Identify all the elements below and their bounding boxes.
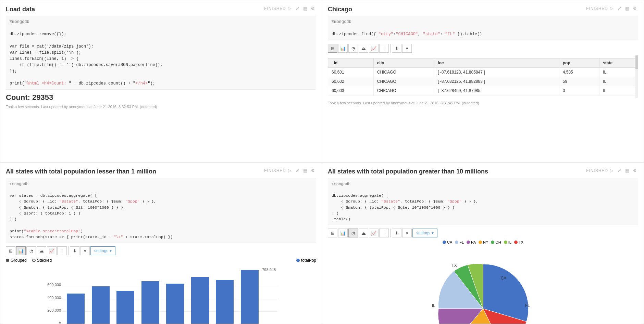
greater-toolbar-grid[interactable]: ⊞ [328,229,337,237]
legend-fl: FL [455,240,464,244]
code-line-4: var lines = file.split('\n'); [10,50,312,56]
stacked-label: Stacked [37,258,52,263]
pa-label: PA [471,240,476,244]
cell-id-3: 60,603 [328,86,374,95]
greater-toolbar-bar[interactable]: 📊 [338,229,348,237]
legend-tx: TX [514,240,523,244]
less-toolbar-grid[interactable]: ⊞ [6,246,15,255]
label-tx-top: TX [451,263,457,268]
cell-state-1: IL [599,68,638,77]
legend-ca: CA [443,240,452,244]
panel-status-chicago: FINISHED ▷ ⤢ ▦ ⚙ [586,6,638,11]
code-line-1: %mongodb [10,20,29,24]
settings-icon[interactable]: ⚙ [311,6,316,11]
less-toolbar-bar[interactable]: 📊 [16,246,26,255]
settings-icon-greater[interactable]: ⚙ [633,168,638,173]
legend-oh: OH [491,240,501,244]
run-icon-chicago[interactable]: ▷ [610,6,616,11]
expand-icon-greater[interactable]: ⤢ [618,168,623,173]
panel-load-data: Load data FINISHED ▷ ⤢ ▦ ⚙ %mongodb db.z… [0,0,322,162]
svg-text:798,948: 798,948 [262,268,276,272]
greater-toolbar-download[interactable]: ⬇ [392,229,401,237]
grouped-dot [6,259,9,262]
table-icon-greater[interactable]: ▦ [625,168,631,173]
greater-toolbar-scatter[interactable]: ⁝ [379,229,389,237]
code-line-3: var file = cat('/data/zips.json'); [10,43,312,50]
toolbar-bar-btn[interactable]: 📊 [338,44,348,53]
timestamp-chicago: Took a few seconds. Last updated by anon… [328,101,638,105]
bar-sd2 [216,280,234,324]
status-text-greater: FINISHED [586,168,608,173]
toolbar-dropdown-btn[interactable]: ▾ [402,44,412,53]
bar-last [241,270,259,324]
col-city: city [373,59,434,68]
less-toolbar-scatter[interactable]: ⁝ [57,246,67,255]
toolbar-line-btn[interactable]: 📈 [369,44,379,53]
less-toolbar-download[interactable]: ⬇ [70,246,79,255]
chicago-toolbar: ⊞ 📊 ◔ ⛰ 📈 ⁝ ⬇ ▾ [328,44,638,53]
greater-toolbar-pie[interactable]: ◔ [348,229,358,237]
cell-pop-3: 0 [559,86,599,95]
expand-icon[interactable]: ⤢ [296,6,301,11]
settings-icon-less[interactable]: ⚙ [311,168,316,173]
less-toolbar-line[interactable]: 📈 [47,246,57,255]
cell-pop-2: 59 [559,77,599,86]
table-row: 60,603 CHICAGO [ -87.628499, 41.87985 ] … [328,86,638,95]
table-icon-chicago[interactable]: ▦ [625,6,631,11]
scrollbar-thumb [635,55,638,69]
toolbar-scatter-btn[interactable]: ⁝ [379,44,389,53]
greater-settings-button[interactable]: settings ▾ [412,229,437,237]
col-state: state [599,59,638,68]
chicago-table: _id city loc pop state 60,601 CHICAGO [ … [328,58,638,95]
chicago-code-1: %mongodb [332,20,351,24]
expand-icon-less[interactable]: ⤢ [296,168,301,173]
run-icon-less[interactable]: ▷ [288,168,294,173]
settings-icon-chicago[interactable]: ⚙ [633,6,638,11]
pie-legend: CA FL PA NY OH IL [443,240,523,244]
settings-chevron-greater: ▾ [432,231,434,235]
greater-toolbar-droparrow[interactable]: ▾ [402,229,412,237]
bar-wy [67,294,85,324]
panel-status-load: FINISHED ▷ ⤢ ▦ ⚙ [264,6,316,11]
svg-text:400,000: 400,000 [47,296,61,300]
code-block-chicago: %mongodb db.zipcodes.find({ "city":"CHIC… [328,16,638,40]
run-icon[interactable]: ▷ [288,6,294,11]
panel-status-greater: FINISHED ▷ ⤢ ▦ ⚙ [586,168,638,173]
table-row: 60,602 CHICAGO [ -87.632125, 41.882883 ]… [328,77,638,86]
legend-grouped[interactable]: Grouped [6,258,27,263]
code-line-2: db.zipcodes.remove({}); [10,31,312,37]
legend-totalpop: totalPop [296,258,316,263]
greater-toolbar-line[interactable]: 📈 [369,229,379,237]
toolbar-pie-btn[interactable]: ◔ [348,44,358,53]
tx-dot [514,241,518,244]
table-icon[interactable]: ▦ [303,6,309,11]
panel-states-greater: All states with total population greater… [322,162,644,324]
il-label: IL [508,240,511,244]
settings-label-less: settings [94,248,108,253]
svg-text:200,000: 200,000 [47,308,61,312]
panel-states-less: All states with total population lesser … [0,162,322,324]
table-icon-less[interactable]: ▦ [303,168,309,173]
pie-chart-svg: CA FL PA OH IL TX NY [401,247,565,324]
scrollbar[interactable] [635,55,638,98]
cell-id-2: 60,602 [328,77,374,86]
less-toolbar-area[interactable]: ⛰ [37,246,46,255]
greater-toolbar-area[interactable]: ⛰ [359,229,368,237]
cell-pop-1: 4,585 [559,68,599,77]
expand-icon-chicago[interactable]: ⤢ [618,6,623,11]
less-settings-button[interactable]: settings ▾ [90,246,115,255]
bar-chart-svg: 0 200,000 400,000 600,000 798,948 WY VT [6,265,316,324]
bar-vt2 [116,291,134,324]
legend-stacked[interactable]: Stacked [32,258,52,263]
toolbar-grid-btn[interactable]: ⊞ [328,44,337,53]
toolbar-download-btn[interactable]: ⬇ [392,44,401,53]
run-icon-greater[interactable]: ▷ [610,168,616,173]
less-toolbar-droparrow[interactable]: ▾ [80,246,90,255]
ny-dot [479,241,482,244]
output-count: Count: 29353 [6,93,316,102]
tx-label: TX [519,240,523,244]
toolbar-area-btn[interactable]: ⛰ [359,44,368,53]
settings-chevron-less: ▾ [110,248,112,253]
bar-sd1 [191,277,209,324]
less-toolbar-pie[interactable]: ◔ [26,246,36,255]
